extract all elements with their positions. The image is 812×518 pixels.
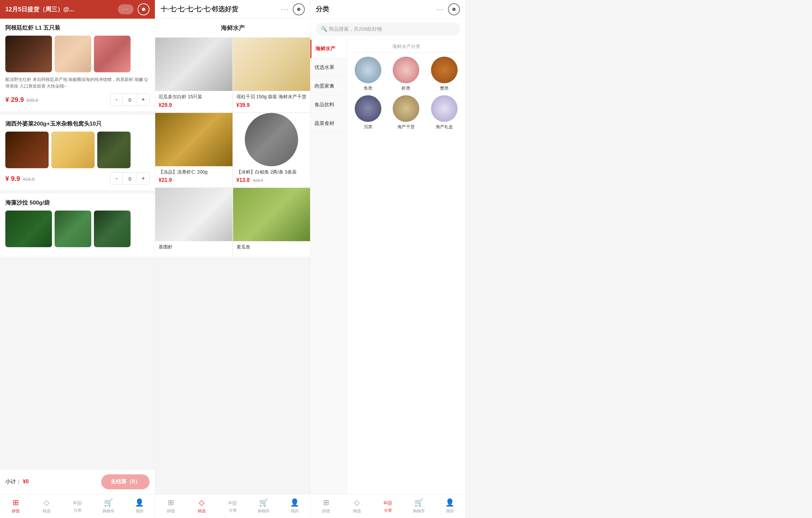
product-img-1a[interactable] [5,36,52,72]
product-img-3b[interactable] [55,210,91,247]
mid-nav-jingxuan[interactable]: ◇ 精选 [186,494,217,518]
subcat-img-haigan [393,95,419,122]
left-nav-jingxuan[interactable]: ◇ 精选 [31,494,62,518]
grid-product-2[interactable]: 瑶柱干贝 150g 袋装 海鲜水产干货 ¥39.9 [233,38,311,112]
right-nav-jingxuan[interactable]: ◇ 精选 [341,494,372,518]
left-spacer [0,260,155,326]
sidebar-item-roudan[interactable]: 肉蛋家禽 [311,77,347,95]
grid-name-1: 厄瓜多尔白虾 15只装 [158,94,229,100]
grid-info-6: 黄瓜鱼 [233,241,311,251]
right-mine-label: 我的 [446,508,454,514]
category-sidebar: 海鲜水产 优选水果 肉蛋家禽 食品饮料 蔬菜食材 [311,40,347,494]
checkout-button[interactable]: 去结算（0） [101,474,149,489]
product-img-2a[interactable] [5,132,49,168]
sidebar-item-youxuan[interactable]: 优选水果 [311,58,347,77]
mid-jingxuan-label: 精选 [198,508,206,514]
left-dots-button[interactable]: ··· [118,4,134,14]
subcat-yulei[interactable]: 鱼类 [351,57,385,91]
sidebar-item-shucai[interactable]: 蔬菜食材 [311,114,347,133]
price-current-1: ¥ 29.9 [5,96,24,104]
grid-product-1[interactable]: 厄瓜多尔白虾 15只装 ¥29.9 [155,38,232,112]
grid-product-5[interactable]: 基围虾 [155,188,232,257]
middle-target-icon[interactable] [293,3,305,15]
left-nav-mine[interactable]: 👤 我的 [124,494,155,518]
middle-category-title: 海鲜水产 [155,19,310,38]
prices-1: ¥ 29.9 ¥39.9 [5,96,38,104]
search-bar[interactable]: 🔍 商品搜索，共209款好物 [316,23,460,36]
qty-input-2[interactable] [122,173,137,184]
left-target-icon[interactable] [138,3,149,15]
cart-icon: 🛒 [104,498,113,507]
subcat-xielei[interactable]: 蟹类 [427,57,461,91]
left-nav-fenlei[interactable]: ≡◎ 分类 [62,494,93,518]
product-title-2: 湘西外婆菜200g+玉米杂粮包窝头10只 [5,120,149,127]
mid-nav-cart[interactable]: 🛒 购物车 [248,494,279,518]
grid-info-5: 基围虾 [155,241,232,251]
subcat-label-yulei: 鱼类 [364,85,372,91]
mid-mine-icon: 👤 [290,498,299,507]
category-layout: 海鲜水产 优选水果 肉蛋家禽 食品饮料 蔬菜食材 海鲜水产分类 鱼类 [311,40,465,494]
price-original-2: ¥19.9 [23,177,34,182]
subcat-img-xialei [393,57,419,83]
left-nav-cart[interactable]: 🛒 购物车 [93,494,124,518]
qty-minus-2[interactable]: - [111,173,122,184]
product-img-2b[interactable] [51,132,95,168]
right-target-icon[interactable] [448,3,460,15]
mid-nav-mine[interactable]: 👤 我的 [279,494,310,518]
qty-plus-2[interactable]: + [137,173,149,184]
product-img-3c[interactable] [94,210,130,247]
right-nav-pintuan[interactable]: ⊞ 拼团 [311,494,341,518]
product-title-3: 海藻沙拉 500g/袋 [5,199,149,206]
product-images-3 [5,210,149,247]
right-dots-button[interactable]: ··· [436,5,444,13]
subcat-img-xielei [431,57,458,83]
product-img-2c[interactable] [97,132,130,168]
middle-header-icons: ··· [281,3,305,15]
mid-fenlei-label: 分类 [229,508,237,513]
subcat-haichan[interactable]: 海产礼盒 [427,95,461,130]
right-nav-cart[interactable]: 🛒 购物车 [403,494,434,518]
product-card-3: 海藻沙拉 500g/袋 [0,194,155,257]
sidebar-item-shipin[interactable]: 食品饮料 [311,95,347,114]
left-panel: 12月5日提货（周三）@... ··· 阿根廷红虾 L1 五只装 船冻野生红虾 … [0,0,155,518]
grid-name-3: 【冻品】冻青虾仁 200g [158,169,229,176]
grid-price-4: ¥13.8 [236,177,250,183]
qty-plus-1[interactable]: + [137,94,149,106]
subcat-xialei[interactable]: 虾类 [389,57,423,91]
product-img-1c[interactable] [94,36,130,72]
right-fenlei-label: 分类 [384,508,392,513]
product-img-3a[interactable] [5,210,52,247]
qty-minus-1[interactable]: - [111,94,122,106]
grid-name-5: 基围虾 [158,244,229,251]
right-header-icons: ··· [436,3,460,15]
grid-price-row-1: ¥29.9 [158,102,229,108]
grid-product-4[interactable]: 【冰鲜】白鲳鱼 2两/条 3条装 ¥13.8 ¥29.9 [233,113,311,188]
middle-products-grid: 厄瓜多尔白虾 15只装 ¥29.9 瑶柱干贝 150g 袋装 海鲜水产干货 ¥3… [155,38,310,257]
mid-pintuan-icon: ⊞ [168,498,174,507]
right-nav-fenlei[interactable]: ≡◎ 分类 [372,494,403,518]
grid-img-6 [233,188,311,241]
left-bottom-nav: ⊞ 拼团 ◇ 精选 ≡◎ 分类 🛒 购物车 👤 我的 [0,494,155,518]
product-img-1b[interactable] [55,36,91,72]
mid-cart-icon: 🛒 [259,498,268,507]
sidebar-item-haixian[interactable]: 海鲜水产 [311,40,347,58]
grid-img-5 [155,188,232,241]
product-title-1: 阿根廷红虾 L1 五只装 [5,24,149,32]
mid-nav-pintuan[interactable]: ⊞ 拼团 [155,494,186,518]
subtotal-bar: 小计： ¥0 去结算（0） [0,469,155,494]
qty-input-1[interactable] [122,94,137,106]
middle-dots-button[interactable]: ··· [281,5,289,13]
right-cart-icon: 🛒 [414,498,423,507]
middle-bottom-nav: ⊞ 拼团 ◇ 精选 ≡◎ 分类 🛒 购物车 👤 我的 [155,494,310,518]
mid-nav-fenlei[interactable]: ≡◎ 分类 [217,494,248,518]
right-nav-mine[interactable]: 👤 我的 [434,494,465,518]
right-fenlei-icon: ≡◎ [383,499,393,506]
grid-product-6[interactable]: 黄瓜鱼 [233,188,311,257]
subcat-beilei[interactable]: 贝类 [351,95,385,130]
left-nav-pintuan[interactable]: ⊞ 拼团 [0,494,31,518]
pintuan-icon: ⊞ [13,498,19,507]
grid-product-3[interactable]: 【冻品】冻青虾仁 200g ¥21.9 [155,113,232,188]
grid-img-1 [155,38,232,91]
subtotal-label: 小计： ¥0 [5,478,29,485]
subcat-haigan[interactable]: 海产干货 [389,95,423,130]
